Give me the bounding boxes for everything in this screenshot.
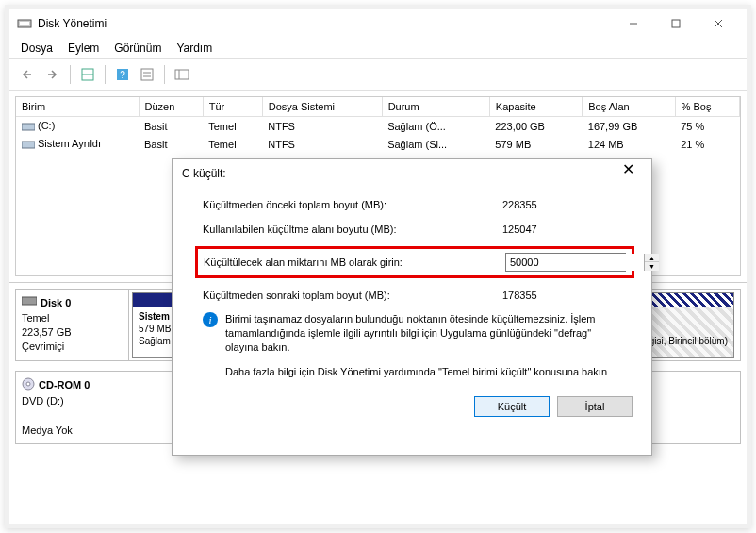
titlebar: Disk Yönetimi <box>9 9 747 38</box>
help-icon[interactable]: ? <box>111 63 134 86</box>
col-fs[interactable]: Dosya Sistemi <box>262 97 382 117</box>
svg-text:?: ? <box>120 70 125 80</box>
cdrom-letter: DVD (D:) <box>22 394 123 408</box>
before-size-label: Küçültmeden önceki toplam boyut (MB): <box>203 199 502 210</box>
table-row[interactable]: (C:) Basit Temel NTFS Sağlam (Ö... 223,0… <box>16 117 740 136</box>
available-shrink-value <box>502 222 633 237</box>
detail-icon[interactable] <box>171 63 193 86</box>
shrink-amount-input[interactable]: ▲ ▼ <box>505 253 626 272</box>
col-capacity[interactable]: Kapasite <box>489 97 582 117</box>
disk-icon <box>22 295 37 310</box>
after-size-label: Küçültmeden sonraki toplam boyut (MB): <box>203 290 502 301</box>
col-layout[interactable]: Düzen <box>139 97 203 117</box>
shrink-dialog: C küçült: ✕ Küçültmeden önceki toplam bo… <box>172 158 652 456</box>
svg-rect-10 <box>141 69 153 80</box>
minimize-button[interactable] <box>612 10 654 37</box>
cdrom-icon <box>22 377 35 394</box>
toolbar: ? <box>9 59 747 91</box>
drive-icon <box>22 121 35 132</box>
available-shrink-label: Kullanılabilen küçültme alanı boyutu (MB… <box>203 224 502 235</box>
col-type[interactable]: Tür <box>203 97 262 117</box>
col-volume[interactable]: Birim <box>16 97 139 117</box>
close-button[interactable] <box>697 10 739 37</box>
info-icon: i <box>203 312 218 327</box>
after-size-value <box>502 288 633 303</box>
svg-rect-1 <box>20 22 29 25</box>
window-title: Disk Yönetimi <box>38 17 612 30</box>
disk-mgmt-icon <box>17 16 32 31</box>
table-row[interactable]: Sistem Ayrıldı Basit Temel NTFS Sağlam (… <box>16 135 740 153</box>
shrink-button[interactable]: Küçült <box>474 396 550 417</box>
disk-name: Disk 0 <box>41 296 71 310</box>
shrink-amount-row: Küçültülecek alan miktarını MB olarak gi… <box>195 246 634 278</box>
svg-rect-16 <box>22 142 35 148</box>
disk-type: Temel <box>22 311 123 325</box>
menubar: Dosya Eylem Görünüm Yardım <box>9 38 747 59</box>
layout-icon[interactable] <box>76 63 99 86</box>
cdrom-media: Medya Yok <box>22 424 123 438</box>
svg-rect-3 <box>672 20 680 27</box>
dialog-close-button[interactable]: ✕ <box>614 160 642 187</box>
svg-point-19 <box>26 382 30 386</box>
svg-rect-17 <box>22 297 37 305</box>
svg-rect-15 <box>22 124 35 130</box>
drive-icon <box>22 139 35 150</box>
before-size-value <box>502 197 633 212</box>
menu-action[interactable]: Eylem <box>68 42 99 55</box>
list-icon[interactable] <box>136 63 158 86</box>
menu-view[interactable]: Görünüm <box>114 42 161 55</box>
info-text: Birimi taşınamaz dosyaların bulunduğu no… <box>225 312 627 355</box>
svg-rect-13 <box>175 70 189 79</box>
menu-help[interactable]: Yardım <box>176 42 212 55</box>
more-info-text: Daha fazla bilgi için Disk Yönetimi yard… <box>203 366 627 377</box>
col-status[interactable]: Durum <box>382 97 489 117</box>
shrink-amount-label: Küçültülecek alan miktarını MB olarak gi… <box>204 257 505 268</box>
maximize-button[interactable] <box>654 10 697 37</box>
nav-forward-icon[interactable] <box>41 63 64 86</box>
col-pct[interactable]: % Boş <box>675 97 739 117</box>
dialog-title: C küçült: <box>182 167 614 180</box>
spinner-up-icon[interactable]: ▲ <box>645 254 659 262</box>
nav-back-icon[interactable] <box>17 63 40 86</box>
menu-file[interactable]: Dosya <box>21 42 53 55</box>
cdrom-name: CD-ROM 0 <box>39 378 90 392</box>
col-free[interactable]: Boş Alan <box>583 97 675 117</box>
cancel-button[interactable]: İptal <box>557 396 633 417</box>
spinner-down-icon[interactable]: ▼ <box>645 262 659 271</box>
disk-status: Çevrimiçi <box>22 340 123 354</box>
disk-size: 223,57 GB <box>22 325 123 340</box>
